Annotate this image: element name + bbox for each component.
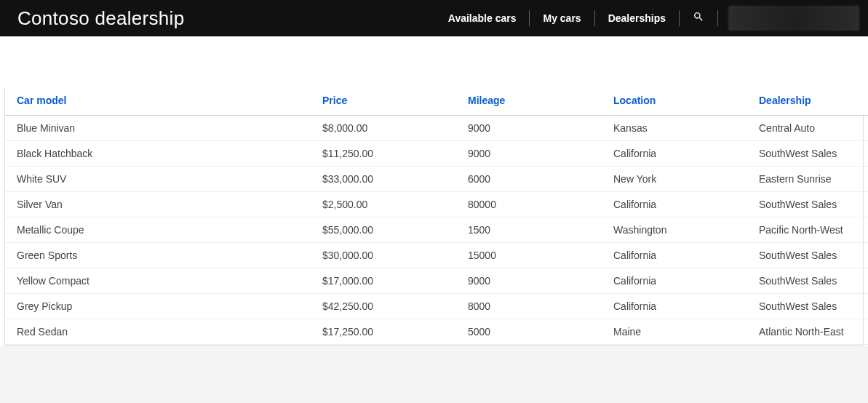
cell-dealership: SouthWest Sales [747,243,868,268]
cell-location: California [602,141,747,167]
cell-price: $30,000.00 [311,243,456,268]
cars-table-wrap: Car model Price Mileage Location Dealers… [4,87,864,346]
nav-dealerships[interactable]: Dealerships [595,10,680,26]
table-row[interactable]: Blue Minivan $8,000.00 9000 Kansas Centr… [5,116,868,141]
table-row[interactable]: Metallic Coupe $55,000.00 1500 Washingto… [5,218,868,243]
cell-location: California [602,243,747,268]
cell-dealership: Eastern Sunrise [747,167,868,192]
cell-location: California [602,294,747,319]
page: Contoso dealership Available cars My car… [0,0,868,346]
col-header-price[interactable]: Price [311,87,456,116]
cell-location: Kansas [602,116,747,141]
cell-price: $8,000.00 [311,116,456,141]
nav-available-cars[interactable]: Available cars [435,10,530,26]
cell-price: $11,250.00 [311,141,456,167]
nav-my-cars[interactable]: My cars [530,10,594,26]
cell-location: New York [602,167,747,192]
cell-mileage: 80000 [456,192,602,218]
content-area: Car model Price Mileage Location Dealers… [0,36,868,346]
user-area-redacted[interactable] [728,6,859,31]
table-row[interactable]: Green Sports $30,000.00 15000 California… [5,243,868,268]
cell-price: $2,500.00 [311,192,456,218]
cell-dealership: SouthWest Sales [747,268,868,294]
site-title: Contoso dealership [17,7,184,30]
topbar: Contoso dealership Available cars My car… [0,0,868,36]
cell-price: $17,250.00 [311,319,456,345]
cars-table-body: Blue Minivan $8,000.00 9000 Kansas Centr… [5,116,868,345]
cell-dealership: Atlantic North-East [747,319,868,345]
table-row[interactable]: Yellow Compact $17,000.00 9000 Californi… [5,268,868,294]
cell-dealership: SouthWest Sales [747,294,868,319]
cell-mileage: 9000 [456,116,602,141]
search-icon [693,11,704,25]
cell-location: Maine [602,319,747,345]
cell-car-model: Metallic Coupe [5,218,311,243]
cell-car-model: Blue Minivan [5,116,311,141]
col-header-car-model[interactable]: Car model [5,87,311,116]
cell-price: $55,000.00 [311,218,456,243]
cell-dealership: Pacific North-West [747,218,868,243]
table-row[interactable]: Grey Pickup $42,250.00 8000 California S… [5,294,868,319]
table-row[interactable]: Red Sedan $17,250.00 5000 Maine Atlantic… [5,319,868,345]
cell-location: Washington [602,218,747,243]
col-header-location[interactable]: Location [602,87,747,116]
cell-car-model: Grey Pickup [5,294,311,319]
cell-car-model: Yellow Compact [5,268,311,294]
cell-mileage: 8000 [456,294,602,319]
cell-car-model: White SUV [5,167,311,192]
cell-mileage: 5000 [456,319,602,345]
cell-mileage: 6000 [456,167,602,192]
primary-nav: Available cars My cars Dealerships [435,0,868,36]
cell-car-model: Black Hatchback [5,141,311,167]
cars-table: Car model Price Mileage Location Dealers… [5,87,868,345]
cell-price: $17,000.00 [311,268,456,294]
cell-car-model: Red Sedan [5,319,311,345]
cell-car-model: Silver Van [5,192,311,218]
cell-mileage: 1500 [456,218,602,243]
table-header-row: Car model Price Mileage Location Dealers… [5,87,868,116]
cell-mileage: 9000 [456,268,602,294]
cell-mileage: 15000 [456,243,602,268]
table-row[interactable]: Black Hatchback $11,250.00 9000 Californ… [5,141,868,167]
table-row[interactable]: White SUV $33,000.00 6000 New York Easte… [5,167,868,192]
cell-dealership: SouthWest Sales [747,141,868,167]
cell-dealership: SouthWest Sales [747,192,868,218]
col-header-mileage[interactable]: Mileage [456,87,602,116]
search-button[interactable] [680,10,718,26]
table-row[interactable]: Silver Van $2,500.00 80000 California So… [5,192,868,218]
cell-location: California [602,192,747,218]
col-header-dealership[interactable]: Dealership [747,87,868,116]
cell-price: $42,250.00 [311,294,456,319]
cell-mileage: 9000 [456,141,602,167]
cell-car-model: Green Sports [5,243,311,268]
cell-location: California [602,268,747,294]
cell-price: $33,000.00 [311,167,456,192]
cell-dealership: Central Auto [747,116,868,141]
